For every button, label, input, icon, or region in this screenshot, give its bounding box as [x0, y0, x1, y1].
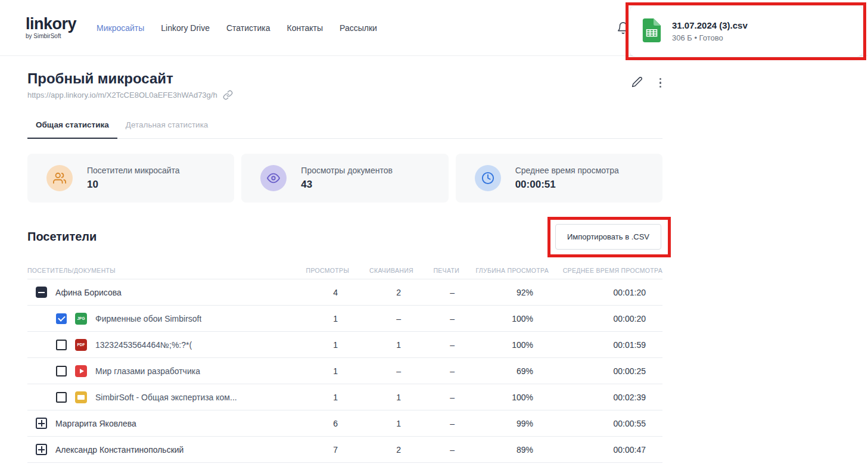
col-views: ПРОСМОТРЫ [281, 267, 349, 274]
import-csv-button[interactable]: Импортировать в .CSV [555, 224, 661, 250]
brand-logo[interactable]: linkory by SimbirSoft [26, 16, 76, 39]
table-row[interactable]: Маргарита Яковлева 6 1 – 99% 00:00:55 [27, 410, 662, 437]
depth-value: 100% [459, 340, 549, 350]
views-value: 1 [281, 314, 349, 323]
presentation-file-icon [75, 391, 87, 403]
card-average-view-time-label: Среднее время просмотра [515, 166, 619, 175]
avg-time-value: 00:01:20 [549, 288, 662, 297]
prints-value: – [413, 314, 459, 323]
collapse-row-icon[interactable] [36, 287, 47, 298]
visitor-name: Александр Константинопольский [55, 445, 183, 455]
kebab-dot [659, 78, 662, 80]
avg-time-value: 00:00:47 [549, 445, 662, 455]
views-value: 1 [281, 393, 349, 402]
page-title: Пробный микросайт [27, 70, 662, 87]
download-notification[interactable]: 31.07.2024 (3).csv 306 Б • Готово [630, 6, 863, 57]
edit-microsite-button[interactable] [631, 76, 643, 89]
prints-value: – [413, 393, 459, 402]
downloads-value: 2 [349, 288, 413, 297]
kebab-dot [659, 86, 662, 88]
downloads-value: – [349, 366, 413, 376]
document-name: Фирменные обои Simbirsoft [95, 314, 201, 323]
depth-value: 100% [459, 314, 549, 323]
table-row[interactable]: PDF 13232453564464№;%:?*( 1 1 – 100% 00:… [27, 332, 662, 358]
downloads-value: 1 [349, 393, 413, 402]
prints-value: – [413, 419, 459, 428]
eye-icon [260, 165, 287, 191]
expand-row-icon[interactable] [36, 418, 47, 429]
document-checkbox-checked[interactable] [56, 313, 67, 324]
col-view-depth: ГЛУБИНА ПРОСМОТРА [459, 267, 549, 274]
views-value: 6 [281, 419, 349, 428]
table-row[interactable]: SimbirSoft - Общая экспертиза ком... 1 1… [27, 384, 662, 410]
col-average-view-time: СРЕДНЕЕ ВРЕМЯ ПРОСМОТРА [549, 267, 662, 274]
tab-detailed-statistics[interactable]: Детальная статистика [117, 120, 217, 138]
card-document-views-label: Просмотры документов [301, 166, 393, 175]
avg-time-value: 00:00:55 [549, 419, 662, 428]
avg-time-value: 00:02:39 [549, 393, 662, 402]
clock-icon [475, 165, 501, 191]
document-checkbox-unchecked[interactable] [56, 392, 67, 403]
expand-row-icon[interactable] [36, 444, 47, 455]
summary-cards: Посетители микросайта 10 Просмотры докум… [27, 154, 662, 203]
copy-link-icon[interactable] [223, 90, 233, 100]
brand-tagline: by SimbirSoft [26, 33, 76, 39]
prints-value: – [413, 288, 459, 297]
depth-value: 100% [459, 393, 549, 402]
document-name: SimbirSoft - Общая экспертиза ком... [95, 393, 237, 402]
notifications-bell-icon[interactable] [617, 21, 630, 37]
document-checkbox-unchecked[interactable] [56, 366, 67, 376]
jpg-file-icon: JPG [75, 313, 87, 325]
card-document-views-value: 43 [301, 179, 393, 191]
document-checkbox-unchecked[interactable] [56, 340, 67, 350]
nav-item-statistics[interactable]: Статистика [226, 23, 270, 33]
card-document-views: Просмотры документов 43 [241, 154, 448, 203]
nav-item-microsites[interactable]: Микросайты [97, 23, 144, 33]
pencil-icon [631, 76, 643, 89]
csv-spreadsheet-file-icon [642, 18, 662, 45]
kebab-dot [659, 82, 662, 84]
visitors-heading: Посетители [27, 230, 97, 244]
prints-value: – [413, 340, 459, 350]
downloads-value: 1 [349, 340, 413, 350]
card-visitors-value: 10 [87, 179, 180, 191]
depth-value: 99% [459, 419, 549, 428]
table-row[interactable]: JPG Фирменные обои Simbirsoft 1 – – 100%… [27, 306, 662, 332]
avg-time-value: 00:00:20 [549, 314, 662, 323]
depth-value: 69% [459, 366, 549, 376]
visitor-name: Афина Борисова [55, 288, 122, 297]
views-value: 1 [281, 366, 349, 376]
card-visitors: Посетители микросайта 10 [27, 154, 234, 203]
app-screen: linkory by SimbirSoft Микросайты Linkory… [0, 0, 868, 473]
visitors-table: ПОСЕТИТЕЛЬ/ДОКУМЕНТЫ ПРОСМОТРЫ СКАЧИВАНИ… [27, 262, 662, 463]
downloads-value: – [349, 314, 413, 323]
download-status: 306 Б • Готово [672, 33, 748, 42]
table-row[interactable]: Афина Борисова 4 2 – 92% 00:01:20 [27, 279, 662, 306]
views-value: 4 [281, 288, 349, 297]
views-value: 7 [281, 445, 349, 455]
nav-item-mailings[interactable]: Рассылки [340, 23, 377, 33]
more-options-button[interactable] [658, 77, 663, 89]
downloads-value: 2 [349, 445, 413, 455]
table-header-row: ПОСЕТИТЕЛЬ/ДОКУМЕНТЫ ПРОСМОТРЫ СКАЧИВАНИ… [27, 262, 662, 279]
page-header: Пробный микросайт https://app.linkory.io… [27, 70, 662, 100]
table-row[interactable]: Александр Константинопольский 7 2 – 89% … [27, 437, 662, 463]
visitor-name: Маргарита Яковлева [55, 419, 136, 428]
table-row[interactable]: Мир глазами разработчика 1 – – 69% 00:00… [27, 358, 662, 384]
nav-item-linkory-drive[interactable]: Linkory Drive [161, 23, 210, 33]
tab-general-statistics[interactable]: Общая статистика [27, 120, 117, 139]
nav-item-contacts[interactable]: Контакты [287, 23, 323, 33]
visitors-section-header: Посетители Импортировать в .CSV [27, 224, 662, 250]
depth-value: 89% [459, 445, 549, 455]
card-average-view-time: Среднее время просмотра 00:00:51 [456, 154, 662, 203]
visitors-icon [46, 165, 73, 191]
main-nav: Микросайты Linkory Drive Статистика Конт… [97, 23, 377, 33]
avg-time-value: 00:00:25 [549, 366, 662, 376]
views-value: 1 [281, 340, 349, 350]
card-visitors-label: Посетители микросайта [87, 166, 180, 175]
downloads-value: 1 [349, 419, 413, 428]
video-file-icon [75, 365, 87, 377]
document-name: 13232453564464№;%:?*( [95, 340, 192, 350]
pdf-file-icon: PDF [75, 339, 87, 351]
col-prints: ПЕЧАТИ [413, 267, 459, 274]
